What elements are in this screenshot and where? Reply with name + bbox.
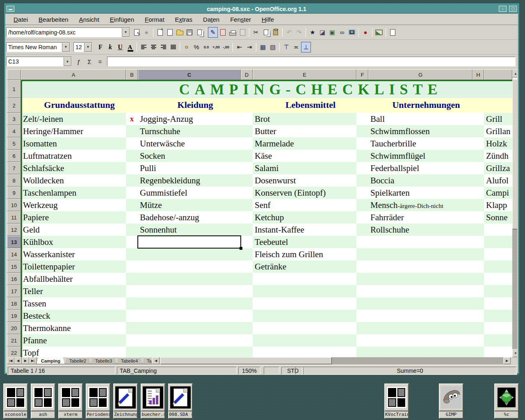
last-sheet-button[interactable]: ▶| <box>29 357 37 364</box>
cell-F22[interactable] <box>356 347 368 357</box>
hscroll-left-button[interactable]: ◀ <box>152 357 160 364</box>
cell-C16[interactable] <box>138 273 241 285</box>
titlebar[interactable]: ▬ camping-08.sxc - OpenOffice.org 1.1 ▫ … <box>5 5 518 14</box>
cell-G11[interactable]: Fahrräder <box>368 211 472 224</box>
hscroll-track[interactable] <box>332 357 503 364</box>
hscroll-thumb[interactable] <box>160 357 332 364</box>
number-format-currency-icon[interactable]: ¤ <box>182 42 192 52</box>
new-document-icon[interactable] <box>165 27 175 38</box>
gallery-icon[interactable]: ▣ <box>327 27 337 38</box>
cell-H21[interactable] <box>472 334 484 347</box>
cell-F18[interactable] <box>356 297 368 310</box>
cell-C6[interactable]: Socken <box>138 150 241 162</box>
add-decimal-icon[interactable]: +,00 <box>211 42 221 52</box>
cell-D22[interactable] <box>241 347 253 357</box>
cell-B14[interactable] <box>126 248 138 260</box>
cell-F17[interactable] <box>356 285 368 297</box>
underline-icon[interactable]: U <box>115 42 125 52</box>
cell-G12[interactable]: Rollschuhe <box>368 224 472 236</box>
cell-D3[interactable] <box>241 113 253 125</box>
cell-D15[interactable] <box>241 260 253 273</box>
cell-A19[interactable]: Besteck <box>21 310 126 322</box>
column-header-B[interactable]: B <box>126 69 138 80</box>
sheet-tab-tabelle4[interactable]: Tabelle4 <box>116 357 142 364</box>
cell-G18[interactable] <box>368 297 472 310</box>
menu-einfügen[interactable]: Einfügen <box>105 15 139 24</box>
row-header-10[interactable]: 10 <box>7 199 21 211</box>
cell-E16[interactable] <box>253 273 356 285</box>
desktop-icon-buecher-sc[interactable]: buecher.sc <box>141 383 165 419</box>
cell-reference-value[interactable]: C13 <box>7 57 64 66</box>
align-bottom-icon[interactable]: ⊥ <box>301 42 311 52</box>
cell-F9[interactable] <box>356 187 368 199</box>
reload-icon[interactable] <box>132 27 142 38</box>
sheet-tab-camping[interactable]: Camping <box>37 357 65 364</box>
column-header-C[interactable]: C <box>138 69 241 80</box>
desktop-icon-ash[interactable]: ash <box>31 383 55 419</box>
new-from-template-icon[interactable] <box>155 27 165 38</box>
vscroll-up-button[interactable]: ▲ <box>512 69 517 78</box>
sum-display[interactable]: Summe=0 <box>304 367 516 374</box>
cell-I4[interactable]: Grillan <box>484 125 512 137</box>
sheet-style[interactable]: TAB_Camping <box>117 367 237 374</box>
cell-B5[interactable] <box>126 137 138 150</box>
cell-I11[interactable]: Sonne <box>484 211 512 224</box>
row-header-2[interactable]: 2 <box>7 98 21 113</box>
cell-D9[interactable] <box>241 187 253 199</box>
formula-input-line[interactable] <box>107 57 516 66</box>
minimize-button[interactable]: ▫ <box>499 6 507 12</box>
status-empty-1[interactable] <box>264 367 279 374</box>
cell-B11[interactable] <box>126 211 138 224</box>
cell-C10[interactable]: Mütze <box>138 199 241 211</box>
cell-H13[interactable] <box>472 236 484 248</box>
cell-F15[interactable] <box>356 260 368 273</box>
font-size-dropdown-button[interactable]: ▼ <box>84 43 92 52</box>
align-top-icon[interactable]: ⊤ <box>281 42 291 52</box>
row-header-1[interactable]: 1 <box>7 80 21 98</box>
row-header-16[interactable]: 16 <box>7 273 21 285</box>
cell-F20[interactable] <box>356 322 368 334</box>
row-header-7[interactable]: 7 <box>7 162 21 174</box>
window-menu-button[interactable]: ▬ <box>7 6 14 12</box>
desktop-icon-kvoctrain[interactable]: KVocTrain <box>384 383 409 419</box>
cell-E13[interactable]: Teebeutel <box>253 236 356 248</box>
increase-indent-icon[interactable]: ⇥ <box>244 42 254 52</box>
menu-hilfe[interactable]: Hilfe <box>257 15 279 24</box>
desktop-icon-zeichnung-[interactable]: Zeichnung- <box>113 383 138 419</box>
row-header-11[interactable]: 11 <box>7 211 21 224</box>
cell-G7[interactable]: Federballspiel <box>368 162 472 174</box>
font-size-combobox[interactable]: 12 ▼ <box>73 42 92 52</box>
background-color-icon[interactable]: ▧ <box>268 42 278 52</box>
sheet-tab-tab[interactable]: Tab <box>142 357 152 364</box>
cell-D6[interactable] <box>241 150 253 162</box>
cell-D8[interactable] <box>241 174 253 187</box>
cell-B6[interactable] <box>126 150 138 162</box>
next-sheet-button[interactable]: ▶ <box>22 357 29 364</box>
cell-G20[interactable] <box>368 322 472 334</box>
font-color-icon[interactable]: A <box>125 42 135 52</box>
cell-I17[interactable] <box>484 285 512 297</box>
row-header-9[interactable]: 9 <box>7 187 21 199</box>
cell-A8[interactable]: Wolldecken <box>21 174 126 187</box>
cell-I5[interactable]: Holzk <box>484 137 512 150</box>
cell-H3[interactable] <box>472 113 484 125</box>
cell-E8[interactable]: Dosenwurst <box>253 174 356 187</box>
cell-B16[interactable] <box>126 273 138 285</box>
align-left-icon[interactable] <box>139 42 148 52</box>
column-header-A[interactable]: A <box>21 69 126 80</box>
cell-E15[interactable]: Getränke <box>253 260 356 273</box>
cell-H19[interactable] <box>472 310 484 322</box>
cell-D16[interactable] <box>241 273 253 285</box>
cell-G6[interactable]: Schwimmflügel <box>368 150 472 162</box>
cell-I18[interactable] <box>484 297 512 310</box>
cell-C12[interactable]: Sonnenhut <box>138 224 241 236</box>
cell-E11[interactable]: Ketchup <box>253 211 356 224</box>
row-header-6[interactable]: 6 <box>7 150 21 162</box>
cell-H11[interactable] <box>472 211 484 224</box>
cell-B22[interactable] <box>126 347 138 357</box>
cell-A17[interactable]: Teller <box>21 285 126 297</box>
cell-D10[interactable] <box>241 199 253 211</box>
redo-icon[interactable]: ↷ <box>294 27 304 38</box>
vscroll-thumb[interactable] <box>512 79 517 229</box>
sum-icon[interactable]: Σ <box>84 57 95 66</box>
